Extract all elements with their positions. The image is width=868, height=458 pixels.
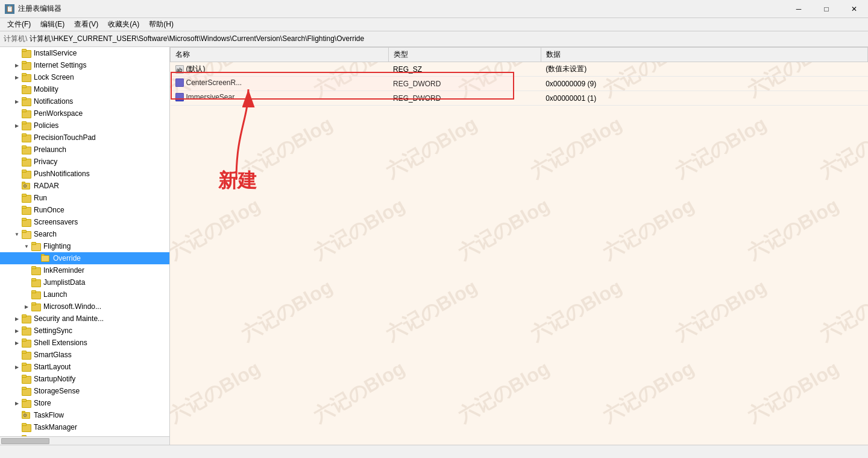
menu-view[interactable]: 查看(V) bbox=[69, 18, 103, 31]
tree-label-startupnotify: StartupNotify bbox=[34, 375, 75, 383]
folder-icon-startlayout bbox=[22, 363, 31, 371]
tree-item-launch[interactable]: Launch bbox=[0, 288, 169, 301]
cell-name: ab (默认) bbox=[171, 62, 389, 77]
tree-item-shellextensions[interactable]: Shell Extensions bbox=[0, 337, 169, 349]
col-header-name: 名称 bbox=[171, 48, 389, 62]
table-row[interactable]: ImmersiveSear... REG_DWORD 0x00000001 (1… bbox=[171, 91, 868, 106]
window-title: 注册表编辑器 bbox=[18, 4, 61, 14]
tree-item-notifications[interactable]: Notifications bbox=[0, 95, 169, 107]
title-bar: 📋 注册表编辑器 ─ □ ✕ bbox=[0, 0, 868, 18]
tree-label-store: Store bbox=[34, 399, 51, 407]
tree-item-microsoftwindows[interactable]: Microsoft.Windo... bbox=[0, 301, 169, 313]
tree-item-mobility[interactable]: Mobility bbox=[0, 83, 169, 95]
expand-arrow-shellextensions bbox=[12, 338, 22, 348]
tree-item-store[interactable]: Store bbox=[0, 397, 169, 409]
tree-label-search: Search bbox=[34, 230, 57, 238]
tree-label-launch: Launch bbox=[43, 290, 67, 299]
tree-label-lockscreen: Lock Screen bbox=[34, 73, 74, 81]
tree-label-jumplistdata: JumplistData bbox=[43, 278, 85, 287]
tree-item-internetsettings[interactable]: Internet Settings bbox=[0, 59, 169, 71]
tree-item-policies[interactable]: Policies bbox=[0, 119, 169, 132]
tree-label-shellextensions: Shell Extensions bbox=[34, 339, 87, 347]
folder-icon-precisiontouchpad bbox=[22, 133, 31, 142]
table-row[interactable]: CenterScreenR... REG_DWORD 0x00000009 (9… bbox=[171, 77, 868, 91]
reg-dword-icon-2 bbox=[175, 93, 184, 101]
folder-icon-policies bbox=[22, 121, 31, 130]
tree-item-precisiontouchpad[interactable]: PrecisionTouchPad bbox=[0, 132, 169, 144]
expand-arrow-startlayout bbox=[12, 362, 22, 372]
folder-icon-penworkspace bbox=[22, 109, 31, 118]
expand-arrow-policies bbox=[12, 121, 22, 130]
tree-label-pushnotifications: PushNotifications bbox=[34, 170, 90, 178]
folder-icon-jumplistdata bbox=[31, 278, 41, 287]
cell-name: ImmersiveSear... bbox=[171, 91, 389, 106]
address-label: 计算机\ bbox=[4, 34, 27, 44]
menu-file[interactable]: 文件(F) bbox=[2, 18, 36, 31]
expand-arrow-microsoftwindows bbox=[22, 302, 31, 311]
tree-item-startupnotify[interactable]: StartupNotify bbox=[0, 373, 169, 385]
tree-label-flighting: Flighting bbox=[43, 242, 71, 250]
folder-icon-pushnotifications bbox=[22, 170, 31, 178]
menu-help[interactable]: 帮助(H) bbox=[144, 18, 178, 31]
tree-item-taskmanager[interactable]: TaskManager bbox=[0, 421, 169, 433]
tree-pane: InstallService Internet Settings Lock Sc… bbox=[0, 47, 170, 445]
expand-arrow-settingsync bbox=[12, 326, 22, 336]
tree-item-installservice[interactable]: InstallService bbox=[0, 47, 169, 59]
tree-item-run[interactable]: Run bbox=[0, 192, 169, 204]
folder-icon-flighting bbox=[31, 242, 41, 250]
folder-icon-startupnotify bbox=[22, 375, 31, 383]
folder-icon-runonce bbox=[22, 206, 31, 214]
tree-item-smartglass[interactable]: SmartGlass bbox=[0, 349, 169, 361]
tree-item-jumplistdata[interactable]: JumplistData bbox=[0, 276, 169, 288]
folder-icon-settingsync bbox=[22, 326, 31, 335]
tree-item-flighting[interactable]: Flighting bbox=[0, 240, 169, 252]
cell-data: 0x00000009 (9) bbox=[541, 77, 867, 91]
main-container: InstallService Internet Settings Lock Sc… bbox=[0, 47, 868, 445]
tree-content[interactable]: InstallService Internet Settings Lock Sc… bbox=[0, 47, 169, 436]
folder-icon-screensavers bbox=[22, 218, 31, 226]
maximize-button[interactable]: □ bbox=[813, 0, 840, 18]
tree-item-settingsync[interactable]: SettingSync bbox=[0, 325, 169, 337]
menu-edit[interactable]: 编辑(E) bbox=[36, 18, 69, 31]
tree-label-mobility: Mobility bbox=[34, 85, 58, 94]
table-row[interactable]: ab (默认) REG_SZ (数值未设置) bbox=[171, 62, 868, 77]
menu-favorites[interactable]: 收藏夹(A) bbox=[103, 18, 144, 31]
tree-label-microsoftwindows: Microsoft.Windo... bbox=[43, 302, 101, 311]
tree-item-storagesense[interactable]: StorageSense bbox=[0, 385, 169, 397]
menu-bar: 文件(F) 编辑(E) 查看(V) 收藏夹(A) 帮助(H) bbox=[0, 18, 868, 31]
tree-item-privacy[interactable]: Privacy bbox=[0, 156, 169, 168]
minimize-button[interactable]: ─ bbox=[785, 0, 813, 18]
folder-icon-internetsettings bbox=[22, 61, 31, 69]
tree-label-override: Override bbox=[53, 254, 81, 262]
tree-item-runonce[interactable]: RunOnce bbox=[0, 204, 169, 216]
expand-arrow-store bbox=[12, 398, 22, 408]
cell-data: 0x00000001 (1) bbox=[541, 91, 867, 106]
tree-item-inkreminder[interactable]: InkReminder bbox=[0, 264, 169, 276]
folder-icon-microsoftwindows bbox=[31, 302, 41, 311]
app-icon: 📋 bbox=[5, 4, 14, 14]
registry-table: 名称 类型 数据 ab (默认) REG_SZ (数值未设置) bbox=[170, 47, 868, 106]
tree-item-search[interactable]: Search bbox=[0, 228, 169, 240]
tree-item-startlayout[interactable]: StartLayout bbox=[0, 361, 169, 373]
tree-label-securityandmaint: Security and Mainte... bbox=[34, 314, 104, 323]
tree-label-taskflow: TaskFlow bbox=[34, 411, 64, 419]
tree-item-pushnotifications[interactable]: PushNotifications bbox=[0, 168, 169, 180]
tree-item-taskflow[interactable]: ⚙ TaskFlow bbox=[0, 409, 169, 421]
tree-item-prelaunch[interactable]: Prelaunch bbox=[0, 144, 169, 156]
tree-label-privacy: Privacy bbox=[34, 157, 57, 166]
tree-item-screensavers[interactable]: Screensavers bbox=[0, 216, 169, 228]
folder-icon-prelaunch bbox=[22, 145, 31, 154]
tree-item-lockscreen[interactable]: Lock Screen bbox=[0, 71, 169, 83]
tree-label-radar: RADAR bbox=[34, 182, 59, 190]
tree-item-penworkspace[interactable]: PenWorkspace bbox=[0, 107, 169, 119]
tree-label-internetsettings: Internet Settings bbox=[34, 61, 86, 69]
tree-item-securityandmaint[interactable]: Security and Mainte... bbox=[0, 313, 169, 325]
tree-label-notifications: Notifications bbox=[34, 97, 73, 106]
tree-label-screensavers: Screensavers bbox=[34, 218, 78, 226]
tree-hscroll[interactable] bbox=[0, 436, 169, 445]
tree-item-override[interactable]: Override bbox=[0, 252, 169, 264]
folder-icon-telephony bbox=[22, 435, 31, 436]
close-button[interactable]: ✕ bbox=[840, 0, 868, 18]
tree-label-penworkspace: PenWorkspace bbox=[34, 109, 83, 118]
tree-item-radar[interactable]: ⚙ RADAR bbox=[0, 180, 169, 192]
